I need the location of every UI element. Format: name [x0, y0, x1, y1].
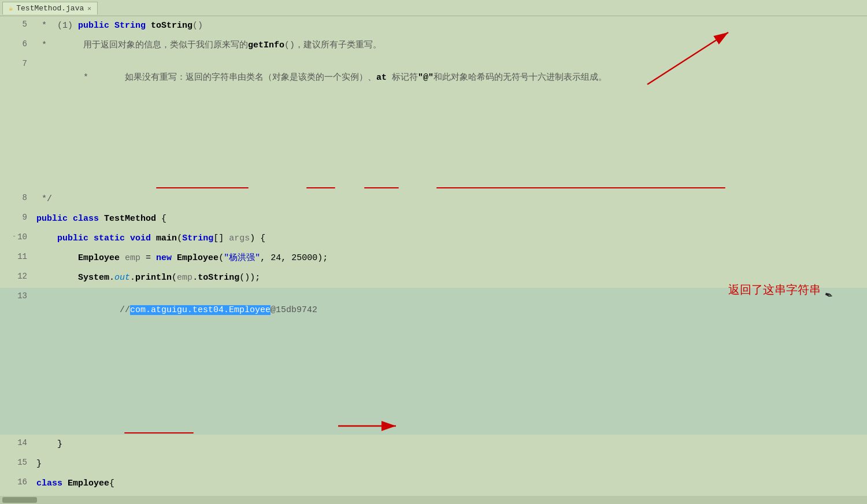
right-arrow-svg [338, 421, 407, 431]
tab-close-icon[interactable]: ✕ [87, 5, 91, 12]
code-line-13: 13 //com.atguigu.test04.Employee@15db974… [0, 288, 867, 435]
code-line-5: 5 * (1) public String toString() [0, 16, 867, 36]
line-content-11: Employee emp = new Employee("杨洪强", 24, 2… [32, 249, 867, 268]
line-content-15: } [32, 454, 867, 474]
line-number-12: 12 [0, 268, 32, 288]
code-line-14: 14 } [0, 435, 867, 454]
line-number-16: 16 [0, 474, 32, 494]
line-content-7: * 如果没有重写：返回的字符串由类名（对象是该类的一个实例）、at 标记符"@"… [32, 55, 867, 190]
return-annotation: 返回了这串字符串 [676, 270, 821, 311]
line-number-11: 11 [0, 249, 32, 268]
line-content-16: class Employee{ [32, 474, 867, 494]
line-number-9: 9 [0, 209, 32, 229]
line-number-6: 6 [0, 36, 32, 55]
code-line-9: 9 public class TestMethod { [0, 209, 867, 229]
line-content-13: //com.atguigu.test04.Employee@15db9742 [32, 288, 867, 435]
line-number-10: -10 [0, 229, 32, 249]
code-line-10: -10 public static void main(String[] arg… [0, 229, 867, 249]
code-area: 5 * (1) public String toString() 6 * 用于返… [0, 16, 867, 504]
line-number-5: 5 [0, 16, 32, 36]
tab-bar: ☕ TestMethod.java ✕ [0, 0, 867, 16]
code-line-7: 7 * 如果没有重写：返回的字符串由类名（对象是该类的一个实例）、at 标记符"… [0, 55, 867, 190]
line-number-14: 14 [0, 435, 32, 454]
line-content-9: public class TestMethod { [32, 209, 867, 229]
line-number-13: 13 [0, 288, 32, 435]
code-line-6: 6 * 用于返回对象的信息，类似于我们原来写的getInfo()，建议所有子类重… [0, 36, 867, 55]
code-line-16: 16 class Employee{ [0, 474, 867, 494]
line-number-7: 7 [0, 55, 32, 190]
java-file-icon: ☕ [9, 4, 13, 13]
horizontal-scrollbar[interactable] [0, 496, 867, 504]
line-content-8: */ [32, 190, 867, 209]
editor-tab[interactable]: ☕ TestMethod.java ✕ [2, 2, 98, 14]
code-line-8: 8 */ [0, 190, 867, 209]
tab-label: TestMethod.java [16, 4, 84, 13]
code-line-11: 11 Employee emp = new Employee("杨洪强", 24… [0, 249, 867, 268]
line-content-10: public static void main(String[] args) { [32, 229, 867, 249]
line-number-15: 15 [0, 454, 32, 474]
code-line-15: 15 } [0, 454, 867, 474]
scrollbar-thumb[interactable] [2, 497, 37, 503]
line-content-5: * (1) public String toString() [32, 16, 867, 36]
line-content-14: } [32, 435, 867, 454]
editor-window: ☕ TestMethod.java ✕ 5 * (1) public Strin… [0, 0, 867, 504]
line-content-6: * 用于返回对象的信息，类似于我们原来写的getInfo()，建议所有子类重写。 [32, 36, 867, 55]
pen-cursor-icon: ✒ [822, 288, 834, 302]
line-number-8: 8 [0, 190, 32, 209]
